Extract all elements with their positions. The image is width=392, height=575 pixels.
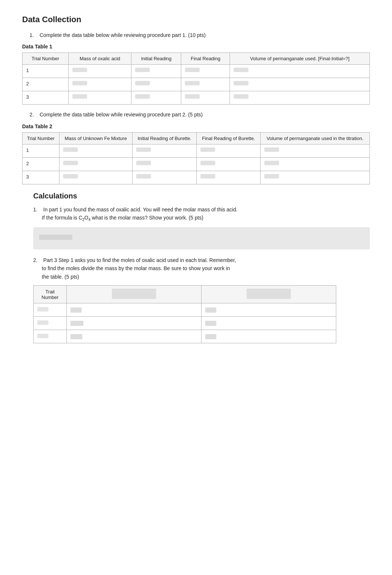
table1-col-trial: Trial Number xyxy=(23,53,69,65)
t2-row3-volume xyxy=(260,171,369,184)
t2-row2-volume xyxy=(260,157,369,171)
calc2-text2: to find the moles divide the mass by the… xyxy=(42,265,230,271)
t2-row2-final xyxy=(197,157,260,171)
calc-row1-moles xyxy=(201,303,336,317)
t1-row2-trial: 2 xyxy=(23,78,69,91)
table1-col-initial: Initial Reading xyxy=(131,53,181,65)
t2-row1-mass xyxy=(59,144,132,157)
calc-question-1: 1. In part 1 you found the mass of oxali… xyxy=(33,205,370,223)
table-row xyxy=(34,330,336,343)
t2-row2-mass xyxy=(59,157,132,171)
t1-row3-mass xyxy=(68,91,131,105)
q1-text: Complete the data table below while revi… xyxy=(39,32,206,38)
calc-col-trial: Trail Number xyxy=(34,286,67,303)
calc-question-2: 2. Part 3 Step 1 asks you to find the mo… xyxy=(33,256,370,281)
table1-col-volume: Volume of permanganate used. [Final-Init… xyxy=(230,53,370,65)
t1-row2-final xyxy=(181,78,230,91)
table1-col-final: Final Reading xyxy=(181,53,230,65)
table-row: 3 xyxy=(23,91,370,105)
t1-row1-final xyxy=(181,65,230,78)
table2-col-initial: Initial Reading of Burette. xyxy=(132,132,197,144)
calc2-text3: the table. (5 pts) xyxy=(42,274,79,280)
t1-row1-volume xyxy=(230,65,370,78)
table2-col-final: Final Reading of Burette. xyxy=(197,132,260,144)
t1-row2-volume xyxy=(230,78,370,91)
calc1-answer-box xyxy=(33,227,370,249)
t2-row1-final xyxy=(197,144,260,157)
calc1-answer-blurred xyxy=(39,235,72,240)
t2-row2-initial xyxy=(132,157,197,171)
calc2-text1: Part 3 Step 1 asks you to find the moles… xyxy=(43,257,236,263)
t1-row2-mass xyxy=(68,78,131,91)
calc-row3-trial xyxy=(34,330,67,343)
t1-row3-initial xyxy=(131,91,181,105)
t1-row1-initial xyxy=(131,65,181,78)
page-title: Data Collection xyxy=(22,15,370,24)
calc-row1-trial xyxy=(34,303,67,317)
t2-row1-volume xyxy=(260,144,369,157)
data-table-2: Trial Number Mass of Unknown Fe Mixture … xyxy=(22,132,370,184)
calc2-number: 2. xyxy=(33,257,38,263)
t2-row3-trial: 3 xyxy=(23,171,59,184)
table2-label: Data Table 2 xyxy=(22,123,370,129)
table-row: 2 xyxy=(23,157,370,171)
t2-row1-initial xyxy=(132,144,197,157)
table-row: 2 xyxy=(23,78,370,91)
calculations-title: Calculations xyxy=(33,192,370,200)
t1-row2-initial xyxy=(131,78,181,91)
calc-col-moles xyxy=(201,286,336,303)
q2-text: Complete the data table below while revi… xyxy=(39,112,203,118)
table-row xyxy=(34,317,336,330)
t1-row3-final xyxy=(181,91,230,105)
t1-row1-trial: 1 xyxy=(23,65,69,78)
t2-row3-initial xyxy=(132,171,197,184)
table-row: 1 xyxy=(23,65,370,78)
question-1: 1. Complete the data table below while r… xyxy=(30,31,370,39)
calc1-text1: In part 1 you found the mass of oxalic a… xyxy=(43,207,237,212)
data-table-1: Trial Number Mass of oxalic acid Initial… xyxy=(22,52,370,105)
table2-col-volume: Volume of permanganate used in the titra… xyxy=(260,132,369,144)
table2-col-mass: Mass of Unknown Fe Mixture xyxy=(59,132,132,144)
t2-row3-mass xyxy=(59,171,132,184)
q1-number: 1. xyxy=(30,32,34,38)
calc1-text2: If the formula is C2O4 what is the molar… xyxy=(42,215,203,221)
calc-row3-moles xyxy=(201,330,336,343)
t2-row3-final xyxy=(197,171,260,184)
calc-table-wrapper: Trail Number xyxy=(33,285,370,343)
table-row xyxy=(34,303,336,317)
calc-row2-mass xyxy=(67,317,202,330)
calc-row2-moles xyxy=(201,317,336,330)
q2-number: 2. xyxy=(30,112,34,118)
table-row: 1 xyxy=(23,144,370,157)
calc-row3-mass xyxy=(67,330,202,343)
t1-row1-mass xyxy=(68,65,131,78)
calc-col-mass xyxy=(67,286,202,303)
t2-row2-trial: 2 xyxy=(23,157,59,171)
calc-row2-trial xyxy=(34,317,67,330)
table1-col-mass: Mass of oxalic acid xyxy=(68,53,131,65)
calc-row1-mass xyxy=(67,303,202,317)
t2-row1-trial: 1 xyxy=(23,144,59,157)
calc1-number: 1. xyxy=(33,207,38,212)
question-2: 2. Complete the data table below while r… xyxy=(30,110,370,119)
t1-row3-volume xyxy=(230,91,370,105)
t1-row3-trial: 3 xyxy=(23,91,69,105)
table-row: 3 xyxy=(23,171,370,184)
table2-col-trial: Trial Number xyxy=(23,132,59,144)
table1-label: Data Table 1 xyxy=(22,44,370,50)
calc-table: Trail Number xyxy=(33,285,336,343)
